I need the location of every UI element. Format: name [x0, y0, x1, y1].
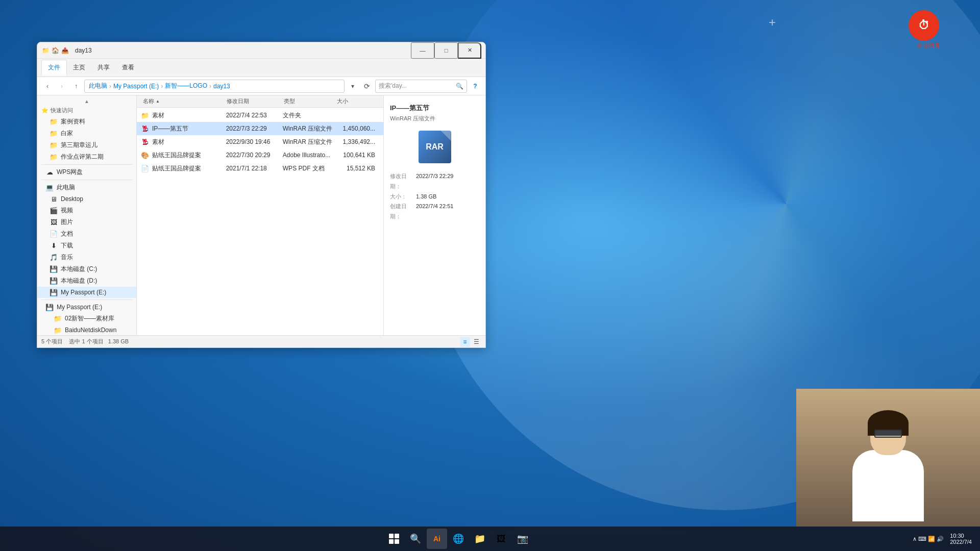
sidebar-item-baidu[interactable]: 📁 BaiduNetdiskDown: [37, 324, 136, 335]
modified-value: 2022/7/3 22:29: [416, 171, 453, 192]
breadcrumb-sep-2: ›: [161, 83, 163, 90]
clock: 10:302022/7/4: [950, 533, 972, 545]
file-list-header: 名称 ▲ 修改日期 类型 大小: [137, 95, 383, 108]
brand-logo: ⏱ 红焰教育: [909, 10, 949, 51]
video-icon: 🎬: [50, 207, 58, 215]
breadcrumb-logo[interactable]: 新智——LOGO: [165, 82, 207, 90]
webcam-overlay: [796, 389, 980, 527]
sidebar-item-downloads[interactable]: ⬇ 下载: [37, 240, 136, 252]
detail-view-button[interactable]: ☰: [471, 337, 481, 347]
desktop-icon: 🖥: [50, 195, 58, 203]
title-share-icon: 📤: [61, 46, 69, 55]
explorer-window: 📁 🏠 📤 day13 — □ ✕ 文件 主页 共享 查看 ‹ › ↑ 此电脑 …: [37, 42, 486, 348]
search-bar[interactable]: 搜索'day... 🔍: [375, 80, 467, 93]
sidebar-item-case[interactable]: 📁 案例资料: [37, 116, 136, 128]
sidebar-item-homework[interactable]: 📁 作业点评第二期: [37, 151, 136, 163]
breadcrumb-this-pc[interactable]: 此电脑: [89, 82, 107, 90]
refresh-button[interactable]: ⟳: [361, 80, 373, 92]
sidebar-item-drive-d[interactable]: 💾 本地磁盘 (D:): [37, 275, 136, 287]
sidebar-item-baijia[interactable]: 📁 白家: [37, 128, 136, 139]
folder-icon: 📁: [50, 130, 58, 138]
taskbar: 🔍 Ai 🌐 📁 🖼 📷 ∧ ⌨ 📶 🔊 10:302022/7/4: [0, 527, 980, 551]
sidebar-item-pictures[interactable]: 🖼 图片: [37, 216, 136, 228]
breadcrumb-day13[interactable]: day13: [213, 83, 230, 90]
col-name-header[interactable]: 名称 ▲: [141, 97, 225, 105]
col-size-header[interactable]: 大小: [335, 97, 379, 105]
title-controls: — □ ✕: [411, 42, 481, 59]
sidebar-item-music[interactable]: 🎵 音乐: [37, 252, 136, 263]
modified-label: 修改日期：: [390, 171, 413, 192]
illustrator-button[interactable]: Ai: [427, 529, 447, 549]
help-button[interactable]: ?: [469, 80, 481, 92]
window-title: day13: [75, 47, 409, 54]
tab-view[interactable]: 查看: [116, 60, 140, 75]
forward-button[interactable]: ›: [56, 80, 68, 92]
sidebar-item-this-pc[interactable]: 💻 此电脑: [37, 182, 136, 193]
start-button[interactable]: [384, 529, 404, 549]
minimize-button[interactable]: —: [411, 42, 434, 59]
search-button[interactable]: 🔍: [405, 529, 426, 549]
file-row-sucai-rar[interactable]: 🗜 素材 2022/9/30 19:46 WinRAR 压缩文件 1,336,4…: [137, 135, 383, 148]
file-row-ip5[interactable]: 🗜 IP——第五节 2022/7/3 22:29 WinRAR 压缩文件 1,4…: [137, 122, 383, 135]
camera-button[interactable]: 📷: [512, 529, 533, 549]
file-row-sticker-pdf[interactable]: 📄 贴纸王国品牌提案 2021/7/1 22:18 WPS PDF 文档 15,…: [137, 162, 383, 175]
breadcrumb-passport[interactable]: My Passport (E:): [113, 83, 159, 90]
windows-logo: [389, 534, 399, 544]
up-button[interactable]: ↑: [70, 80, 82, 92]
file-pdf-icon: 📄: [141, 164, 149, 172]
sidebar-item-passport-expand[interactable]: 💾 My Passport (E:): [37, 302, 136, 313]
sidebar-item-third[interactable]: 📁 第三期章运儿: [37, 139, 136, 151]
sidebar-item-docs[interactable]: 📄 文档: [37, 228, 136, 240]
cloud-icon: ☁: [45, 168, 54, 177]
preview-title: IP——第五节: [390, 104, 479, 113]
edge-button[interactable]: 🌐: [448, 529, 469, 549]
file-row-sticker-ai[interactable]: 🎨 贴纸王国品牌提案 2022/7/30 20:29 Adobe Illustr…: [137, 148, 383, 162]
size-label: 大小：: [390, 192, 413, 202]
tab-file[interactable]: 文件: [41, 60, 67, 76]
sidebar: ▲ ⭐ 快速访问 📁 案例资料 📁 白家 📁 第三期章运儿 📁 作业点评第二期: [37, 95, 137, 335]
folder-icon: 📁: [54, 326, 62, 334]
file-list: 📁 素材 2022/7/4 22:53 文件夹 🗜 IP——第五节 2022/7…: [137, 108, 383, 335]
sidebar-divider-2: [41, 180, 132, 180]
breadcrumb-sep-1: ›: [109, 83, 111, 90]
address-bar: ‹ › ↑ 此电脑 › My Passport (E:) › 新智——LOGO …: [37, 77, 485, 95]
brand-circle: ⏱: [909, 10, 939, 41]
webcam-person: [796, 389, 980, 527]
file-row-sucai[interactable]: 📁 素材 2022/7/4 22:53 文件夹: [137, 109, 383, 122]
preview-pane: IP——第五节 WinRAR 压缩文件 RAR 修改日期： 2022/7/3 2…: [383, 95, 485, 335]
system-tray: ∧ ⌨ 📶 🔊: [913, 536, 944, 542]
photos-button[interactable]: 🖼: [491, 529, 511, 549]
sidebar-scroll-up[interactable]: ▲: [37, 97, 136, 105]
sidebar-item-desktop[interactable]: 🖥 Desktop: [37, 193, 136, 205]
sidebar-item-drive-c[interactable]: 💾 本地磁盘 (C:): [37, 263, 136, 275]
back-button[interactable]: ‹: [41, 80, 54, 92]
status-bar: 5 个项目 选中 1 个项目 1.38 GB ≡ ☰: [37, 335, 485, 347]
rar-text: RAR: [426, 142, 444, 152]
picture-icon: 🖼: [50, 218, 58, 227]
tab-home[interactable]: 主页: [67, 60, 91, 75]
file-explorer-button[interactable]: 📁: [470, 529, 490, 549]
view-icons: ≡ ☰: [460, 337, 481, 347]
desktop-plus-icon: +: [769, 15, 776, 30]
col-date-header[interactable]: 修改日期: [225, 97, 282, 105]
taskbar-center: 🔍 Ai 🌐 📁 🖼 📷: [4, 529, 913, 549]
search-icon: 🔍: [456, 83, 463, 90]
sidebar-quick-access-header: ⭐ 快速访问: [37, 105, 136, 116]
breadcrumb[interactable]: 此电脑 › My Passport (E:) › 新智——LOGO › day1…: [84, 80, 345, 93]
tab-share[interactable]: 共享: [91, 60, 116, 75]
drive-e2-icon: 💾: [45, 303, 54, 311]
folder-icon: 📁: [54, 315, 62, 323]
list-view-button[interactable]: ≡: [460, 337, 470, 347]
music-icon: 🎵: [50, 254, 58, 262]
sidebar-divider-3: [41, 299, 132, 300]
sidebar-item-passport-e[interactable]: 💾 My Passport (E:): [37, 287, 136, 298]
close-button[interactable]: ✕: [458, 42, 481, 59]
col-type-header[interactable]: 类型: [282, 97, 335, 105]
sidebar-item-02[interactable]: 📁 02新智——素材库: [37, 313, 136, 324]
sidebar-item-wps[interactable]: ☁ WPS网盘: [37, 166, 136, 178]
main-area: ▲ ⭐ 快速访问 📁 案例资料 📁 白家 📁 第三期章运儿 📁 作业点评第二期: [37, 95, 485, 335]
person-silhouette: [837, 414, 939, 527]
maximize-button[interactable]: □: [434, 42, 458, 59]
sidebar-item-video[interactable]: 🎬 视频: [37, 205, 136, 216]
dropdown-button[interactable]: ▾: [347, 80, 359, 92]
